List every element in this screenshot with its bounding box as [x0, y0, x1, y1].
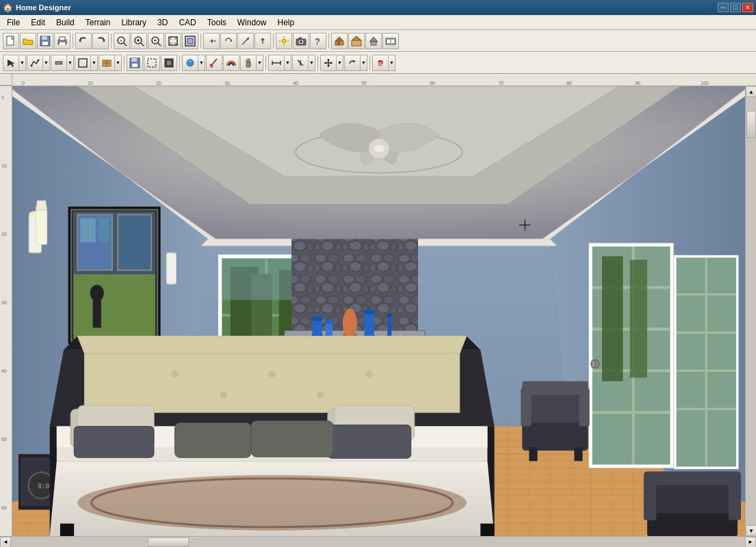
zoom-in-button[interactable] [131, 33, 147, 49]
title-bar-title: Home Designer [16, 3, 71, 12]
svg-marker-32 [261, 38, 265, 40]
spray-dropdown[interactable]: ▼ [240, 55, 263, 71]
foundation-button[interactable] [382, 33, 399, 49]
save-button[interactable] [37, 33, 53, 49]
rec-dropdown[interactable]: REC ▼ [372, 55, 395, 71]
move-icon [321, 55, 336, 70]
move-dropdown-arrow[interactable]: ▼ [336, 55, 343, 70]
ruler-mark-v-0: 0 [0, 86, 12, 100]
diagonal-arrow-button[interactable] [237, 33, 254, 49]
scroll-track[interactable] [746, 97, 756, 525]
dimension-dropdown-arrow[interactable]: ▼ [284, 55, 291, 70]
scroll-thumb[interactable] [746, 111, 756, 138]
dimension-dropdown[interactable]: ▼ [268, 55, 291, 71]
orbit-button[interactable] [220, 33, 237, 49]
h-scroll-track[interactable] [11, 537, 745, 548]
polyline-dropdown[interactable]: ▼ [27, 55, 50, 71]
svg-text:+: + [120, 38, 122, 43]
wall-icon [51, 55, 66, 70]
ruler-mark-h-20: 40 [286, 81, 300, 85]
ruler-mark-v-12 [0, 250, 12, 264]
sun-light-button[interactable] [276, 33, 292, 49]
undo-button[interactable] [75, 33, 92, 49]
select-icon [3, 55, 18, 70]
interior-view-button[interactable] [348, 33, 365, 49]
scroll-left-arrow[interactable]: ◄ [0, 537, 11, 548]
small-arrow-button[interactable] [255, 33, 271, 49]
menu-item-terrain[interactable]: Terrain [80, 16, 116, 29]
paintbrush-button[interactable] [206, 55, 222, 71]
maximize-button[interactable]: □ [730, 3, 741, 12]
zoom-box-button[interactable]: + [114, 33, 130, 49]
sep2 [111, 34, 112, 49]
text-dropdown-arrow[interactable]: ▼ [308, 55, 315, 70]
menu-item-edit[interactable]: Edit [25, 16, 51, 29]
roof-view-button[interactable] [365, 33, 382, 49]
wall-dropdown[interactable]: ▼ [51, 55, 74, 71]
new-button[interactable] [3, 33, 19, 49]
pan-left-button[interactable] [203, 33, 220, 49]
rainbow-button[interactable] [223, 55, 239, 71]
menu-item-window[interactable]: Window [232, 16, 272, 29]
svg-rect-162 [630, 260, 647, 378]
scroll-up-arrow[interactable]: ▲ [746, 86, 756, 97]
svg-marker-26 [210, 39, 213, 43]
3d-scene: 8:00 [12, 86, 745, 536]
polyline-dropdown-arrow[interactable]: ▼ [42, 55, 49, 70]
select-dropdown[interactable]: ▼ [3, 55, 26, 71]
svg-line-13 [141, 43, 144, 46]
scroll-down-arrow[interactable]: ▼ [746, 525, 756, 536]
menu-item-build[interactable]: Build [51, 16, 80, 29]
svg-marker-87 [330, 62, 333, 64]
rec-dropdown-arrow[interactable]: ▼ [388, 55, 395, 70]
room-dropdown[interactable]: ▼ [75, 55, 98, 71]
svg-marker-84 [327, 59, 330, 61]
cabinet-dropdown-arrow[interactable]: ▼ [114, 55, 121, 70]
material-dropdown-arrow[interactable]: ▼ [198, 55, 205, 70]
menu-item-tools[interactable]: Tools [202, 16, 232, 29]
ruler-mark-v-23 [0, 401, 12, 414]
svg-rect-182 [644, 479, 656, 520]
svg-rect-115 [118, 215, 151, 270]
svg-rect-177 [529, 447, 537, 461]
scroll-right-arrow[interactable]: ► [745, 537, 756, 548]
h-scroll-thumb[interactable] [148, 537, 189, 547]
select-dropdown-arrow[interactable]: ▼ [18, 55, 25, 70]
menu-item-file[interactable]: File [1, 16, 25, 29]
canvas-area[interactable]: 8:00 [12, 86, 745, 536]
exterior-view-button[interactable] [331, 33, 348, 49]
svg-rect-174 [522, 382, 588, 395]
ruler-mark-v-30: 60 [0, 496, 12, 510]
open-button[interactable] [20, 33, 36, 49]
fit-view-button[interactable] [165, 33, 181, 49]
cabinet-dropdown[interactable]: ▼ [99, 55, 122, 71]
menu-item-cad[interactable]: CAD [173, 16, 201, 29]
minimize-button[interactable]: ─ [718, 3, 729, 12]
fill-view-button[interactable] [182, 33, 198, 49]
help-cursor-button[interactable]: ? [310, 33, 326, 49]
close-button[interactable]: ✕ [742, 3, 753, 12]
cad-save-button[interactable] [127, 55, 143, 71]
material-dropdown[interactable]: ▼ [182, 55, 205, 71]
wall-dropdown-arrow[interactable]: ▼ [66, 55, 73, 70]
smart-object-button[interactable] [161, 55, 177, 71]
move-dropdown[interactable]: ▼ [320, 55, 343, 71]
camera-button[interactable] [293, 33, 309, 49]
ruler-mark-v-3 [0, 127, 12, 141]
menu-item-help[interactable]: Help [272, 16, 300, 29]
menu-item-library[interactable]: Library [116, 16, 152, 29]
redo-button[interactable] [92, 33, 109, 49]
svg-rect-212 [480, 524, 494, 536]
menu-item-3d[interactable]: 3D [152, 16, 173, 29]
room-dropdown-arrow[interactable]: ▼ [90, 55, 97, 70]
print-button[interactable] [54, 33, 70, 49]
zoom-out-button[interactable] [148, 33, 164, 49]
ruler-mark-v-29 [0, 483, 12, 496]
rotate-dropdown[interactable]: ▼ [344, 55, 367, 71]
cad-detail-button[interactable] [144, 55, 160, 71]
text-dropdown[interactable]: ▼ [292, 55, 315, 71]
svg-point-147 [325, 320, 333, 324]
rotate-dropdown-arrow[interactable]: ▼ [360, 55, 367, 70]
svg-point-74 [245, 60, 246, 62]
spray-dropdown-arrow[interactable]: ▼ [256, 55, 263, 70]
